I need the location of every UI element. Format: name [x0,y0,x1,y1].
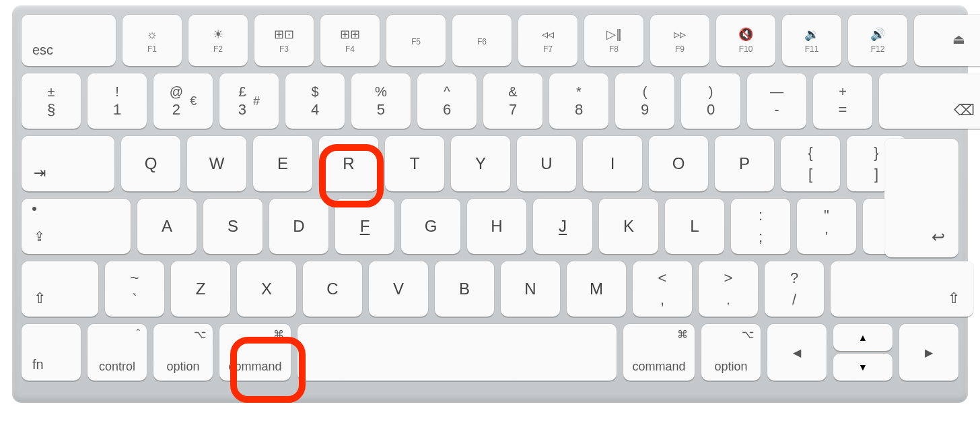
key-m[interactable]: M [567,261,626,317]
key-arrow-left[interactable]: ◀ [767,324,827,381]
key-s[interactable]: S [203,199,262,254]
key-f7[interactable]: ◃◃F7 [518,15,578,66]
arrow-right-icon: ▶ [925,346,933,359]
key-backspace[interactable]: ⌫ [879,73,980,129]
launchpad-icon: ⊞⊞ [340,27,360,42]
key-i[interactable]: I [583,136,642,191]
tab-icon: ⇥ [34,164,46,182]
key-f[interactable]: F [335,199,394,254]
key-period[interactable]: >. [699,261,758,317]
arrow-down-icon: ▼ [858,362,868,373]
arrow-left-icon: ◀ [793,346,801,359]
key-g[interactable]: G [401,199,460,254]
key-shift-right[interactable]: ⇧ [831,261,973,317]
key-f4[interactable]: ⊞⊞F4 [320,15,380,66]
key-arrow-down[interactable]: ▼ [833,354,893,381]
key-caps-lock[interactable]: ⇪ [22,199,131,254]
key-t[interactable]: T [385,136,444,191]
key-p[interactable]: P [715,136,774,191]
key-6[interactable]: ^6 [417,73,477,129]
brightness-up-icon: ☀ [213,27,223,42]
key-v[interactable]: V [369,261,428,317]
key-arrows-updown: ▲ ▼ [833,324,893,381]
key-7[interactable]: &7 [483,73,542,129]
key-j[interactable]: J [533,199,592,254]
key-slash[interactable]: ?/ [765,261,824,317]
key-8[interactable]: *8 [549,73,608,129]
key-f9[interactable]: ▹▹F9 [650,15,709,66]
play-pause-icon: ▷‖ [606,27,622,42]
key-2[interactable]: @2€ [153,73,213,129]
key-d[interactable]: D [269,199,328,254]
key-n[interactable]: N [501,261,560,317]
key-esc[interactable]: esc [22,15,116,66]
key-enter[interactable]: ↩ [884,139,958,257]
key-e[interactable]: E [253,136,312,191]
key-o[interactable]: O [649,136,708,191]
key-f6[interactable]: F6 [452,15,512,66]
command-symbol-icon: ⌘ [273,328,284,341]
key-z[interactable]: Z [171,261,230,317]
option-symbol-icon: ⌥ [742,328,754,341]
key-0[interactable]: )0 [681,73,740,129]
shift-icon: ⇧ [948,290,960,307]
key-fn[interactable]: fn [22,324,81,381]
command-symbol-icon: ⌘ [677,328,688,341]
key-a[interactable]: A [137,199,197,254]
key-shift-left[interactable]: ⇧ [22,261,98,317]
key-quote[interactable]: "' [797,199,856,254]
key-section[interactable]: ±§ [22,73,81,129]
key-f10[interactable]: 🔇F10 [716,15,775,66]
key-option-right[interactable]: ⌥option [701,324,761,381]
apple-magic-keyboard: esc ☼F1 ☀F2 ⊞⊡F3 ⊞⊞F4 F5 F6 ◃◃F7 ▷‖F8 ▹▹… [12,5,968,403]
key-9[interactable]: (9 [615,73,674,129]
key-equals[interactable]: += [813,73,872,129]
key-f12[interactable]: 🔊F12 [848,15,907,66]
key-l[interactable]: L [665,199,724,254]
key-arrow-right[interactable]: ▶ [899,324,958,381]
key-arrow-up[interactable]: ▲ [833,324,893,351]
key-f3[interactable]: ⊞⊡F3 [254,15,314,66]
row-function: esc ☼F1 ☀F2 ⊞⊡F3 ⊞⊞F4 F5 F6 ◃◃F7 ▷‖F8 ▹▹… [22,15,958,66]
key-b[interactable]: B [435,261,494,317]
key-comma[interactable]: <, [633,261,692,317]
caps-indicator-icon [32,207,36,211]
backspace-icon: ⌫ [954,102,975,119]
key-command-left[interactable]: ⌘command [219,324,291,381]
return-icon: ↩ [932,228,945,247]
key-bracket-left[interactable]: {[ [781,136,840,191]
key-c[interactable]: C [303,261,362,317]
key-f2[interactable]: ☀F2 [188,15,248,66]
key-y[interactable]: Y [451,136,510,191]
key-option-left[interactable]: ⌥option [153,324,213,381]
row-asdf: ⇪ A S D F G H J K L :; "' |\ [22,199,958,254]
row-numbers: ±§ !1 @2€ £3# $4 %5 ^6 &7 *8 (9 )0 —- +=… [22,73,958,129]
key-semicolon[interactable]: :; [731,199,790,254]
key-1[interactable]: !1 [88,73,147,129]
key-f5[interactable]: F5 [386,15,446,66]
key-r[interactable]: R [319,136,378,191]
key-4[interactable]: $4 [285,73,345,129]
key-eject[interactable]: ⏏ [914,15,980,66]
key-w[interactable]: W [187,136,246,191]
key-h[interactable]: H [467,199,526,254]
arrow-up-icon: ▲ [858,332,868,343]
key-f8[interactable]: ▷‖F8 [584,15,643,66]
key-x[interactable]: X [237,261,296,317]
key-k[interactable]: K [599,199,658,254]
key-tab[interactable]: ⇥ [22,136,114,191]
key-f1[interactable]: ☼F1 [123,15,182,66]
key-grave[interactable]: ~` [105,261,164,317]
key-q[interactable]: Q [121,136,180,191]
row-qwerty: ⇥ Q W E R T Y U I O P {[ }] [22,136,958,191]
key-command-right[interactable]: ⌘command [623,324,695,381]
eject-icon: ⏏ [952,31,965,47]
key-f11[interactable]: 🔉F11 [782,15,841,66]
key-u[interactable]: U [517,136,576,191]
key-3[interactable]: £3# [219,73,279,129]
key-5[interactable]: %5 [351,73,411,129]
key-control[interactable]: ˆcontrol [88,324,147,381]
key-minus[interactable]: —- [747,73,806,129]
key-spacebar[interactable] [298,324,617,381]
mute-icon: 🔇 [738,27,753,42]
